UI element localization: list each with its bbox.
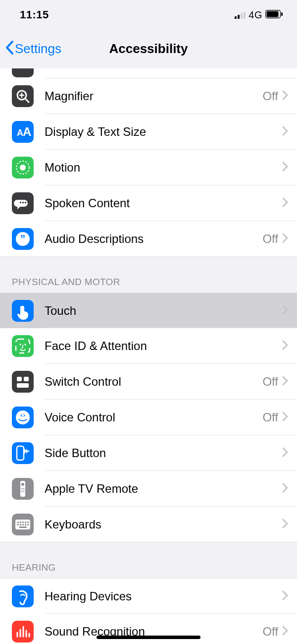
row-partial-above[interactable] — [0, 68, 297, 78]
row-value: Off — [262, 375, 278, 389]
chevron-right-icon — [282, 483, 288, 495]
chevron-right-icon — [282, 340, 288, 352]
row-label: Voice Control — [45, 410, 262, 424]
chevron-right-icon — [282, 162, 288, 174]
row-label: Apple TV Remote — [45, 482, 282, 496]
back-button[interactable]: Settings — [5, 30, 61, 68]
touch-icon — [12, 300, 34, 322]
chevron-right-icon — [282, 376, 288, 388]
row-sound-recognition[interactable]: Sound RecognitionOff — [0, 614, 297, 644]
row-value: Off — [262, 232, 278, 246]
chevron-right-icon — [282, 305, 288, 317]
side-button-icon — [12, 442, 34, 464]
row-voice-control[interactable]: Voice ControlOff — [0, 400, 297, 435]
chevron-right-icon — [282, 90, 288, 102]
row-label: Touch — [45, 304, 282, 318]
network-type: 4G — [248, 9, 262, 21]
row-label: Keyboards — [45, 518, 282, 531]
battery-icon — [265, 8, 283, 21]
chevron-right-icon — [282, 519, 288, 530]
row-label: Display & Text Size — [45, 125, 282, 139]
partial-icon — [12, 68, 34, 77]
row-keyboards[interactable]: Keyboards — [0, 507, 297, 542]
row-spoken-content[interactable]: Spoken Content — [0, 185, 297, 221]
row-switch-control[interactable]: Switch ControlOff — [0, 364, 297, 400]
row-magnifier[interactable]: MagnifierOff — [0, 78, 297, 114]
row-value: Off — [262, 410, 278, 424]
row-label: Audio Descriptions — [45, 232, 262, 246]
status-time: 11:15 — [20, 8, 235, 21]
quote-icon — [12, 228, 34, 250]
signal-strength-icon — [235, 11, 246, 19]
row-label: Motion — [45, 161, 282, 175]
magnifier-icon — [12, 85, 34, 107]
row-label: Side Button — [45, 446, 282, 460]
row-touch[interactable]: Touch — [0, 293, 297, 328]
home-indicator[interactable] — [97, 636, 200, 639]
voice-icon — [12, 407, 34, 428]
spoken-icon — [12, 192, 34, 214]
row-label: Face ID & Attention — [45, 339, 282, 353]
row-value: Off — [262, 625, 278, 639]
row-tv-remote[interactable]: Apple TV Remote — [0, 471, 297, 507]
chevron-right-icon — [282, 233, 288, 245]
switch-icon — [12, 371, 34, 393]
svg-rect-2 — [281, 12, 283, 16]
section-header-physical: PHYSICAL AND MOTOR — [0, 257, 297, 293]
keyboard-icon — [12, 514, 34, 535]
remote-icon — [12, 478, 34, 500]
chevron-left-icon — [5, 40, 14, 58]
row-motion[interactable]: Motion — [0, 150, 297, 185]
faceid-icon — [12, 335, 34, 357]
section-header-hearing: HEARING — [0, 542, 297, 578]
motion-icon — [12, 157, 34, 178]
row-audio-descriptions[interactable]: Audio DescriptionsOff — [0, 221, 297, 257]
ear-icon — [12, 585, 34, 607]
text-size-icon — [12, 121, 34, 143]
svg-rect-1 — [267, 11, 279, 17]
row-label: Switch Control — [45, 375, 262, 389]
chevron-right-icon — [282, 590, 288, 602]
row-label: Hearing Devices — [45, 589, 282, 603]
sound-icon — [12, 621, 34, 643]
chevron-right-icon — [282, 197, 288, 209]
chevron-right-icon — [282, 411, 288, 423]
settings-scroll[interactable]: MagnifierOffDisplay & Text SizeMotionSpo… — [0, 68, 297, 644]
row-label: Magnifier — [45, 89, 262, 103]
row-value: Off — [262, 89, 278, 103]
row-side-button[interactable]: Side Button — [0, 435, 297, 471]
nav-bar: Settings Accessibility — [0, 30, 297, 68]
back-label: Settings — [15, 41, 61, 57]
row-hearing-devices[interactable]: Hearing Devices — [0, 578, 297, 614]
chevron-right-icon — [282, 626, 288, 638]
chevron-right-icon — [282, 447, 288, 459]
row-faceid[interactable]: Face ID & Attention — [0, 328, 297, 364]
chevron-right-icon — [282, 126, 288, 138]
row-display-text[interactable]: Display & Text Size — [0, 114, 297, 150]
status-bar: 11:15 4G — [0, 0, 297, 30]
row-label: Spoken Content — [45, 196, 282, 210]
